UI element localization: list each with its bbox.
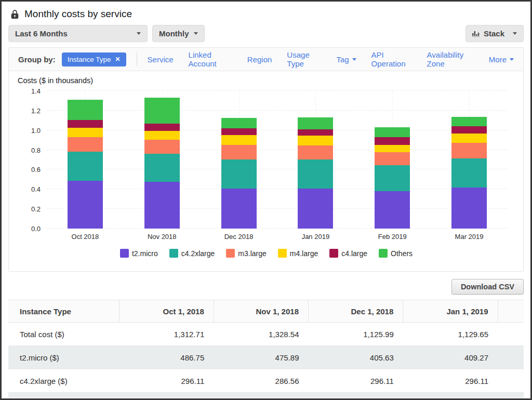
bar-segment-m4.large[interactable] bbox=[68, 128, 103, 137]
legend-label: c4.2xlarge bbox=[181, 249, 215, 258]
table-row: Total cost ($)1,312.711,328.541,125.991,… bbox=[8, 323, 524, 346]
bar-segment-c4.large[interactable] bbox=[221, 128, 257, 135]
column-header: Nov 1, 2018 bbox=[214, 300, 308, 323]
column-header: Oct 1, 2018 bbox=[119, 300, 214, 323]
groupby-link-usage-type[interactable]: Usage Type bbox=[287, 50, 321, 68]
stacked-bar-oct-2018[interactable] bbox=[68, 91, 103, 229]
stacked-bar-nov-2018[interactable] bbox=[144, 91, 180, 229]
bar-segment-Others[interactable] bbox=[144, 98, 180, 124]
time-range-value: Last 6 Months bbox=[15, 29, 68, 38]
bar-segment-m4.large[interactable] bbox=[221, 135, 257, 145]
bar-segment-Others[interactable] bbox=[68, 100, 103, 121]
bar-segment-Others[interactable] bbox=[221, 118, 257, 128]
bar-segment-t2.micro[interactable] bbox=[298, 189, 333, 229]
bar-segment-t2.micro[interactable] bbox=[221, 189, 257, 229]
groupby-link-more[interactable]: More bbox=[489, 55, 514, 64]
cell-value: 1,328.54 bbox=[214, 323, 308, 346]
row-label: Total cost ($) bbox=[8, 323, 119, 346]
groupby-link-api-operation[interactable]: API Operation bbox=[371, 50, 412, 68]
bar-segment-m3.large[interactable] bbox=[298, 145, 333, 159]
bar-segment-c4.2xlarge[interactable] bbox=[298, 159, 333, 189]
column-header: Jan 1, 2019 bbox=[403, 300, 498, 323]
bar-segment-Others[interactable] bbox=[298, 117, 333, 129]
cost-explorer-report: Monthly costs by service Last 6 Months M… bbox=[0, 0, 532, 400]
legend-item-Others[interactable]: Others bbox=[379, 249, 413, 258]
download-csv-button[interactable]: Download CSV bbox=[451, 279, 524, 295]
row-label: t2.micro ($) bbox=[8, 346, 119, 369]
bar-segment-m3.large[interactable] bbox=[451, 143, 487, 158]
cell-value: 296.11 bbox=[309, 369, 403, 393]
bar-segment-c4.2xlarge[interactable] bbox=[68, 152, 103, 181]
bar-segment-m4.large[interactable] bbox=[298, 136, 333, 145]
table-row-partial bbox=[8, 393, 524, 398]
legend-item-c4.large[interactable]: c4.large bbox=[329, 249, 367, 258]
granularity-dropdown[interactable]: Monthly bbox=[152, 25, 205, 42]
cell-value: 1,129.65 bbox=[403, 323, 498, 346]
bar-segment-t2.micro[interactable] bbox=[144, 182, 180, 229]
chevron-down-icon bbox=[194, 32, 198, 35]
granularity-value: Monthly bbox=[159, 29, 189, 38]
bar-segment-m4.large[interactable] bbox=[451, 134, 487, 143]
groupby-chip-label: Instance Type bbox=[68, 56, 111, 63]
legend-item-m4.large[interactable]: m4.large bbox=[278, 249, 318, 258]
legend-item-t2.micro[interactable]: t2.micro bbox=[120, 249, 158, 258]
cell-value: 1,312.71 bbox=[119, 323, 214, 346]
x-tick-label: Mar 2019 bbox=[431, 233, 508, 241]
groupby-bar: Group by: Instance Type ✕ ServiceLinked … bbox=[9, 48, 523, 71]
plot-wrapper: 0.00.20.40.60.81.01.21.4 bbox=[18, 91, 515, 229]
legend-label: Others bbox=[391, 249, 413, 258]
groupby-link-tag[interactable]: Tag bbox=[336, 55, 356, 64]
column-header: Instance Type bbox=[8, 300, 119, 323]
stacked-bar-feb-2019[interactable] bbox=[375, 91, 410, 229]
bar-column bbox=[47, 91, 124, 229]
bar-column bbox=[277, 91, 354, 229]
time-range-dropdown[interactable]: Last 6 Months bbox=[8, 25, 148, 42]
controls-bar: Last 6 Months Monthly Stack bbox=[8, 25, 524, 42]
bar-segment-t2.micro[interactable] bbox=[451, 188, 487, 229]
legend-item-c4.2xlarge[interactable]: c4.2xlarge bbox=[169, 249, 215, 258]
bar-segment-c4.large[interactable] bbox=[298, 129, 333, 136]
stacked-bar-dec-2018[interactable] bbox=[221, 91, 257, 229]
table-header-row: Instance TypeOct 1, 2018Nov 1, 2018Dec 1… bbox=[8, 300, 524, 323]
chevron-down-icon bbox=[352, 58, 356, 61]
bar-segment-c4.large[interactable] bbox=[375, 137, 410, 145]
close-icon[interactable]: ✕ bbox=[115, 56, 120, 62]
cell-spacer bbox=[498, 323, 524, 346]
bar-segment-m3.large[interactable] bbox=[375, 152, 410, 165]
groupby-link-linked-account[interactable]: Linked Account bbox=[189, 50, 232, 68]
bar-segment-c4.large[interactable] bbox=[451, 126, 487, 134]
bar-segment-t2.micro[interactable] bbox=[375, 191, 410, 229]
bar-segment-c4.large[interactable] bbox=[144, 124, 180, 131]
groupby-link-availability-zone[interactable]: Availability Zone bbox=[427, 50, 474, 68]
legend-item-m3.large[interactable]: m3.large bbox=[226, 249, 266, 258]
bar-segment-m4.large[interactable] bbox=[375, 145, 410, 152]
x-tick-label: Nov 2018 bbox=[124, 233, 201, 241]
stacked-bar-mar-2019[interactable] bbox=[451, 91, 487, 229]
bar-segment-m3.large[interactable] bbox=[144, 140, 180, 153]
x-labels: Oct 2018Nov 2018Dec 2018Jan 2019Feb 2019… bbox=[47, 233, 508, 241]
bar-segment-c4.2xlarge[interactable] bbox=[375, 165, 410, 191]
chart-style-value: Stack bbox=[484, 29, 504, 38]
bar-segment-c4.2xlarge[interactable] bbox=[144, 154, 180, 182]
bar-segment-c4.2xlarge[interactable] bbox=[451, 158, 487, 188]
stacked-bar-jan-2019[interactable] bbox=[298, 91, 333, 229]
cell-value: 486.75 bbox=[119, 346, 214, 369]
bar-segment-t2.micro[interactable] bbox=[68, 181, 103, 229]
bar-column bbox=[124, 91, 201, 229]
legend: t2.microc4.2xlargem3.largem4.largec4.lar… bbox=[18, 249, 515, 258]
bar-segment-m4.large[interactable] bbox=[144, 131, 180, 140]
bar-segment-Others[interactable] bbox=[451, 117, 487, 126]
bar-segment-Others[interactable] bbox=[375, 127, 410, 137]
report-header: Monthly costs by service bbox=[10, 7, 524, 21]
groupby-link-region[interactable]: Region bbox=[247, 55, 272, 64]
chart-style-dropdown[interactable]: Stack bbox=[466, 25, 524, 42]
groupby-chip-instance-type[interactable]: Instance Type ✕ bbox=[62, 52, 126, 66]
groupby-link-service[interactable]: Service bbox=[148, 55, 174, 64]
bar-segment-m3.large[interactable] bbox=[68, 137, 103, 152]
bar-segment-c4.2xlarge[interactable] bbox=[221, 159, 257, 189]
legend-label: t2.micro bbox=[132, 249, 158, 258]
bar-segment-m3.large[interactable] bbox=[221, 145, 257, 159]
bar-segment-c4.large[interactable] bbox=[68, 120, 103, 128]
x-tick-label: Jan 2019 bbox=[277, 233, 354, 241]
x-tick-label: Oct 2018 bbox=[47, 233, 124, 241]
